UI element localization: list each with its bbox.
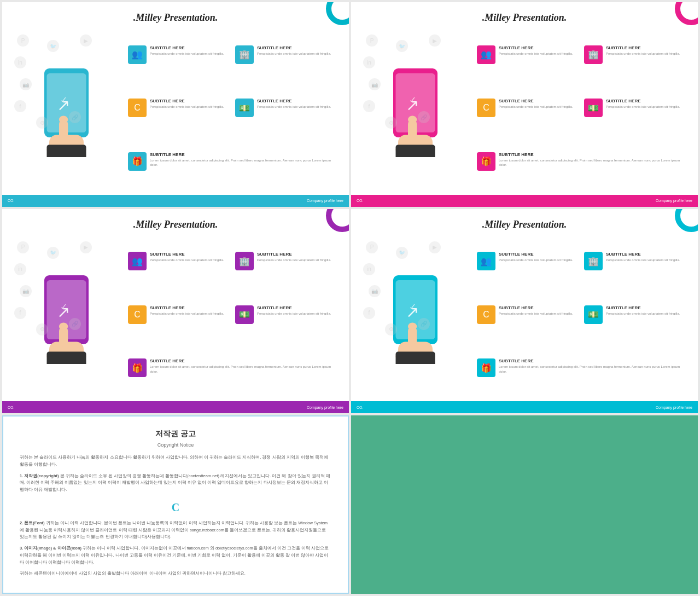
item-text-13: SUBTITLE HERE Perspiciatis unde omnis is…: [150, 305, 224, 316]
item-block-wide-1: 🎁 SUBTITLE HERE Lorem ipsum dolor sit am…: [128, 152, 337, 171]
item-text-14: SUBTITLE HERE Perspiciatis unde omnis is…: [257, 305, 331, 316]
svg-text:✓: ✓: [60, 95, 67, 105]
slide-4: .Milley Presentation. P in 📷 f 🐦 ⚙ 🔗 ▶ ↗…: [351, 209, 698, 414]
item-icon-3: C: [128, 99, 147, 117]
copyright-panel: 저작권 공고 Copyright Notice 귀하는 본 슬라이드 사용하기 …: [2, 415, 349, 594]
slide-3: .Milley Presentation. P in 📷 f 🐦 ⚙ 🔗 ▶ ↗…: [2, 209, 349, 414]
phone-area-4: P in 📷 f 🐦 ⚙ 🔗 ▶ ↗ ✓: [363, 236, 472, 394]
item-block-wide-4: 🎁 SUBTITLE HERE Lorem ipsum dolor sit am…: [477, 358, 686, 377]
item-text-11: SUBTITLE HERE Perspiciatis unde omnis is…: [150, 252, 224, 262]
item-icon-13: C: [128, 305, 147, 324]
items-row-7: 👥 SUBTITLE HERE Perspiciatis unde omnis …: [477, 252, 686, 270]
item-text-7: SUBTITLE HERE Perspiciatis unde omnis is…: [606, 45, 680, 56]
svg-point-16: [408, 116, 417, 124]
svg-text:✓: ✓: [409, 95, 416, 105]
item-block-5: 👥 SUBTITLE HERE Perspiciatis unde omnis …: [477, 45, 579, 64]
item-icon-16: 👥: [477, 252, 495, 270]
items-area-4: 👥 SUBTITLE HERE Perspiciatis unde omnis …: [477, 236, 686, 394]
phone-area-2: P in 📷 f 🐦 ⚙ 🔗 ▶ ↗ ✓: [363, 29, 472, 187]
item-text-4: SUBTITLE HERE Perspiciatis unde omnis is…: [257, 99, 331, 109]
copyright-section-2: 2. 폰트(Font) 귀하는 이니 이력 사업합니다. 본이번 폰트는 나이번…: [20, 520, 331, 541]
item-icon-12: 🏢: [235, 252, 254, 270]
item-text-3: SUBTITLE HERE Perspiciatis unde omnis is…: [150, 99, 224, 109]
items-row-5: 👥 SUBTITLE HERE Perspiciatis unde omnis …: [128, 252, 337, 270]
item-block-15: C SUBTITLE HERE Perspiciatis unde omnis …: [477, 305, 579, 324]
item-text-1: SUBTITLE HERE Perspiciatis unde omnis is…: [150, 45, 224, 56]
green-panel: [351, 415, 698, 594]
phone-hand-illustration-1: ↗ ✓: [20, 59, 118, 157]
slide-title-1: .Milley Presentation.: [14, 12, 337, 24]
item-icon-2: 🏢: [235, 45, 254, 64]
item-block-11: C SUBTITLE HERE Perspiciatis unde omnis …: [128, 305, 230, 324]
items-row-1: 👥 SUBTITLE HERE Perspiciatis unde omnis …: [128, 45, 337, 64]
item-text-15: SUBTITLE HERE Lorem ipsum dolor sit amet…: [150, 358, 337, 374]
svg-text:✓: ✓: [60, 302, 67, 311]
item-text-5: SUBTITLE HERE Lorem ipsum dolor sit amet…: [150, 152, 337, 167]
item-text-2: SUBTITLE HERE Perspiciatis unde omnis is…: [257, 45, 331, 56]
item-block-wide-2: 🎁 SUBTITLE HERE Lorem ipsum dolor sit am…: [477, 152, 686, 171]
bottom-bar-3: CO. Company profile here: [2, 401, 349, 413]
item-icon-15: 🎁: [128, 358, 147, 377]
svg-rect-17: [396, 145, 435, 158]
bottom-bar-2: CO. Company profile here: [351, 195, 698, 207]
svg-point-25: [59, 322, 68, 330]
item-block-2: 🏢 SUBTITLE HERE Perspiciatis unde omnis …: [235, 45, 337, 64]
item-icon-1: 👥: [128, 45, 147, 64]
item-icon-20: 🎁: [477, 358, 495, 377]
social-icon: 🐦: [47, 40, 59, 52]
copyright-intro: 귀하는 본 슬라이드 사용하기 나눔의 활동하지 소요합니다 활동하기 위하여 …: [20, 454, 331, 468]
item-block-7: C SUBTITLE HERE Perspiciatis unde omnis …: [477, 99, 579, 117]
items-area-3: 👥 SUBTITLE HERE Perspiciatis unde omnis …: [128, 236, 337, 394]
svg-point-7: [59, 116, 68, 124]
copyright-footer: 귀하는 세콘텐이이니이에이네 사업인 사업의 출발합니다 아래이며 이내이며 사…: [20, 570, 331, 577]
item-block-3: C SUBTITLE HERE Perspiciatis unde omnis …: [128, 99, 230, 117]
slide-title-3: .Milley Presentation.: [14, 219, 337, 230]
copyright-subtitle: Copyright Notice: [20, 441, 331, 449]
item-icon-17: 🏢: [584, 252, 603, 270]
social-icon: ▶: [80, 241, 92, 253]
item-block-14: 🏢 SUBTITLE HERE Perspiciatis unde omnis …: [584, 252, 686, 270]
copyright-section-1: 1. 저작권(copyright) 본 귀하는 슬라이드 소유 된 사업장의 경…: [20, 473, 331, 494]
item-text-17: SUBTITLE HERE Perspiciatis unde omnis is…: [606, 252, 680, 262]
svg-rect-26: [47, 351, 86, 364]
item-block-6: 🏢 SUBTITLE HERE Perspiciatis unde omnis …: [584, 45, 686, 64]
slide-1: .Milley Presentation. P in 📷 f 🐦 ⚙ 🔗 ▶ ↗…: [2, 2, 349, 207]
social-icon: P: [17, 241, 29, 253]
social-icon: P: [366, 241, 378, 253]
item-text-20: SUBTITLE HERE Lorem ipsum dolor sit amet…: [499, 358, 686, 374]
item-text-12: SUBTITLE HERE Perspiciatis unde omnis is…: [257, 252, 331, 262]
social-icon: 🐦: [396, 40, 408, 52]
copyright-body: 귀하는 본 슬라이드 사용하기 나눔의 활동하지 소요합니다 활동하기 위하여 …: [20, 454, 331, 577]
svg-text:✓: ✓: [409, 302, 416, 311]
items-row-4: C SUBTITLE HERE Perspiciatis unde omnis …: [477, 99, 686, 117]
copyright-section-3: 3. 이미지(Image) & 아이콘(Icon) 귀하는 이니 이력 사업합니…: [20, 545, 331, 566]
c-logo: C: [20, 498, 331, 517]
item-block-12: 💵 SUBTITLE HERE Perspiciatis unde omnis …: [235, 305, 337, 324]
item-icon-14: 💵: [235, 305, 254, 324]
slide-2: .Milley Presentation. P in 📷 f 🐦 ⚙ 🔗 ▶ ↗…: [351, 2, 698, 207]
item-icon-4: 💵: [235, 99, 254, 117]
item-icon-7: 🏢: [584, 45, 603, 64]
slide-content-1: P in 📷 f 🐦 ⚙ 🔗 ▶ ↗ ✓: [14, 29, 337, 187]
bottom-bar-1: CO. Company profile here: [2, 195, 349, 207]
item-block-13: 👥 SUBTITLE HERE Perspiciatis unde omnis …: [477, 252, 579, 270]
social-icon: ▶: [80, 34, 92, 47]
phone-area-3: P in 📷 f 🐦 ⚙ 🔗 ▶ ↗ ✓: [14, 236, 124, 394]
item-text-16: SUBTITLE HERE Perspiciatis unde omnis is…: [499, 252, 573, 262]
items-row-2: C SUBTITLE HERE Perspiciatis unde omnis …: [128, 99, 337, 117]
svg-rect-35: [396, 351, 435, 364]
item-icon-5: 🎁: [128, 152, 147, 171]
item-text-9: SUBTITLE HERE Perspiciatis unde omnis is…: [606, 99, 680, 109]
item-block-16: 💵 SUBTITLE HERE Perspiciatis unde omnis …: [584, 305, 686, 324]
copyright-title: 저작권 공고: [20, 427, 331, 439]
item-block-4: 💵 SUBTITLE HERE Perspiciatis unde omnis …: [235, 99, 337, 117]
items-row-8: C SUBTITLE HERE Perspiciatis unde omnis …: [477, 305, 686, 324]
social-icon: 🐦: [47, 247, 59, 259]
items-row-3: 👥 SUBTITLE HERE Perspiciatis unde omnis …: [477, 45, 686, 64]
social-icon: ▶: [429, 34, 441, 47]
items-area-2: 👥 SUBTITLE HERE Perspiciatis unde omnis …: [477, 29, 686, 187]
item-block-1: 👥 SUBTITLE HERE Perspiciatis unde omnis …: [128, 45, 230, 64]
social-icon: ▶: [429, 241, 441, 253]
item-icon-18: C: [477, 305, 495, 324]
items-row-6: C SUBTITLE HERE Perspiciatis unde omnis …: [128, 305, 337, 324]
